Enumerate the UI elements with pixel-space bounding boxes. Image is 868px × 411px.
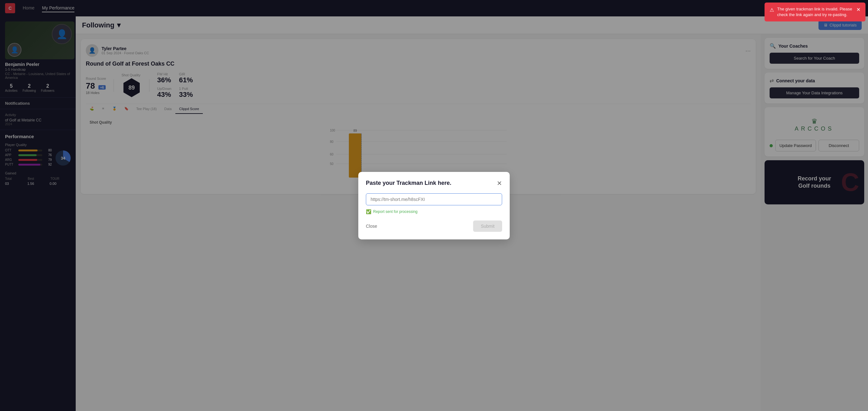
trackman-link-input[interactable] bbox=[366, 193, 502, 205]
error-toast: ⚠ The given trackman link is invalid. Pl… bbox=[765, 2, 866, 22]
modal-submit-button[interactable]: Submit bbox=[473, 220, 502, 232]
success-message-text: Report sent for processing bbox=[373, 210, 417, 214]
modal-close-x-button[interactable]: ✕ bbox=[497, 180, 502, 187]
toast-message: The given trackman link is invalid. Plea… bbox=[777, 6, 853, 18]
modal-overlay[interactable]: Paste your Trackman Link here. ✕ ✅ Repor… bbox=[0, 0, 868, 411]
modal-header: Paste your Trackman Link here. ✕ bbox=[366, 180, 502, 187]
success-check-icon: ✅ bbox=[366, 209, 371, 214]
toast-warning-icon: ⚠ bbox=[770, 7, 774, 13]
modal-title: Paste your Trackman Link here. bbox=[366, 180, 451, 186]
toast-close-icon[interactable]: ✕ bbox=[856, 6, 861, 13]
modal-footer: Close Submit bbox=[366, 220, 502, 232]
trackman-modal: Paste your Trackman Link here. ✕ ✅ Repor… bbox=[358, 172, 510, 240]
modal-close-button[interactable]: Close bbox=[366, 221, 377, 231]
modal-success-message: ✅ Report sent for processing bbox=[366, 209, 502, 214]
